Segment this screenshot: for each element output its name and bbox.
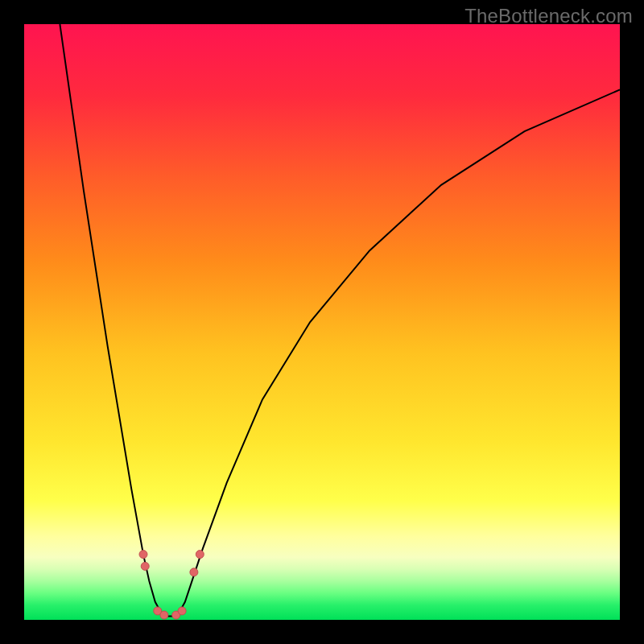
- bottleneck-curve: [24, 24, 620, 620]
- chart-frame: TheBottleneck.com: [0, 0, 644, 644]
- plot-area: [24, 24, 620, 620]
- curve-marker: [196, 551, 204, 559]
- curve-marker: [160, 611, 168, 619]
- curve-marker: [141, 562, 149, 570]
- curve-marker: [139, 551, 147, 559]
- curve-marker: [178, 607, 186, 615]
- curve-marker: [190, 568, 198, 576]
- watermark-text: TheBottleneck.com: [464, 5, 633, 27]
